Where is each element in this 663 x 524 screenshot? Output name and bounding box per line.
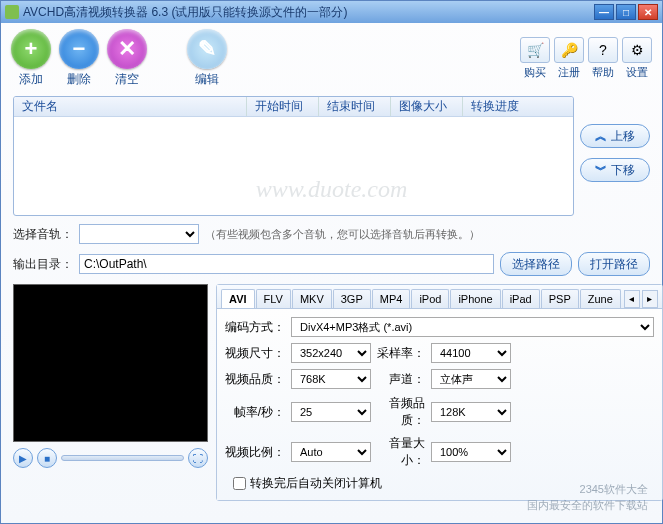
tab-zune[interactable]: Zune	[580, 289, 621, 308]
key-icon: 🔑	[554, 37, 584, 63]
plus-icon: +	[11, 29, 51, 69]
tab-mp4[interactable]: MP4	[372, 289, 411, 308]
help-icon: ?	[588, 37, 618, 63]
chevron-up-icon: ︽	[595, 128, 607, 145]
format-settings-panel: AVI FLV MKV 3GP MP4 iPod iPhone iPad PSP…	[216, 284, 663, 501]
encode-label: 编码方式：	[225, 319, 285, 336]
video-bitrate-select[interactable]: 768K	[291, 369, 371, 389]
encode-select[interactable]: DivX4+MP3格式 (*.avi)	[291, 317, 654, 337]
minimize-button[interactable]: —	[594, 4, 614, 20]
delete-button[interactable]: − 删除	[59, 29, 99, 88]
register-button[interactable]: 🔑 注册	[554, 37, 584, 80]
video-preview	[13, 284, 208, 442]
volume-select[interactable]: 100%	[431, 442, 511, 462]
toolbar: + 添加 − 删除 ✕ 清空 ✎ 编辑 🛒 购买 🔑 注册 ? 帮助	[1, 23, 662, 92]
audio-track-note: （有些视频包含多个音轨，您可以选择音轨后再转换。）	[205, 227, 480, 242]
list-header: 文件名 开始时间 结束时间 图像大小 转换进度	[14, 97, 573, 117]
stop-button[interactable]: ■	[37, 448, 57, 468]
audio-track-label: 选择音轨：	[13, 226, 73, 243]
shutdown-label: 转换完后自动关闭计算机	[250, 475, 382, 492]
fps-select[interactable]: 25	[291, 402, 371, 422]
file-list[interactable]: 文件名 开始时间 结束时间 图像大小 转换进度	[13, 96, 574, 216]
vbitrate-label: 视频品质：	[225, 371, 285, 388]
fullscreen-button[interactable]: ⛶	[188, 448, 208, 468]
app-window: AVCHD高清视频转换器 6.3 (试用版只能转换源文件的一部分) — □ ✕ …	[0, 0, 663, 524]
settings-button[interactable]: ⚙ 设置	[622, 37, 652, 80]
move-up-button[interactable]: ︽ 上移	[580, 124, 650, 148]
edit-icon: ✎	[187, 29, 227, 69]
output-dir-input[interactable]	[79, 254, 494, 274]
col-filename[interactable]: 文件名	[14, 97, 247, 116]
channel-select[interactable]: 立体声	[431, 369, 511, 389]
volume-label: 音量大小：	[377, 435, 425, 469]
clear-button[interactable]: ✕ 清空	[107, 29, 147, 88]
minus-icon: −	[59, 29, 99, 69]
open-path-button[interactable]: 打开路径	[578, 252, 650, 276]
ratio-label: 视频比例：	[225, 444, 285, 461]
chevron-down-icon: ︾	[595, 162, 607, 179]
window-title: AVCHD高清视频转换器 6.3 (试用版只能转换源文件的一部分)	[23, 4, 594, 21]
play-button[interactable]: ▶	[13, 448, 33, 468]
titlebar: AVCHD高清视频转换器 6.3 (试用版只能转换源文件的一部分) — □ ✕	[1, 1, 662, 23]
audio-bitrate-select[interactable]: 128K	[431, 402, 511, 422]
video-size-select[interactable]: 352x240	[291, 343, 371, 363]
ratio-select[interactable]: Auto	[291, 442, 371, 462]
audio-track-select[interactable]	[79, 224, 199, 244]
close-button[interactable]: ✕	[638, 4, 658, 20]
tab-iphone[interactable]: iPhone	[450, 289, 500, 308]
app-icon	[5, 5, 19, 19]
tab-3gp[interactable]: 3GP	[333, 289, 371, 308]
samplerate-select[interactable]: 44100	[431, 343, 511, 363]
tab-scroll-left[interactable]: ◂	[624, 290, 640, 308]
help-button[interactable]: ? 帮助	[588, 37, 618, 80]
channel-label: 声道：	[377, 371, 425, 388]
col-end[interactable]: 结束时间	[319, 97, 391, 116]
x-icon: ✕	[107, 29, 147, 69]
sliders-icon: ⚙	[622, 37, 652, 63]
fps-label: 帧率/秒：	[225, 404, 285, 421]
tab-psp[interactable]: PSP	[541, 289, 579, 308]
seek-slider[interactable]	[61, 455, 184, 461]
col-size[interactable]: 图像大小	[391, 97, 463, 116]
output-dir-label: 输出目录：	[13, 256, 73, 273]
add-button[interactable]: + 添加	[11, 29, 51, 88]
shutdown-checkbox[interactable]	[233, 477, 246, 490]
move-down-button[interactable]: ︾ 下移	[580, 158, 650, 182]
choose-path-button[interactable]: 选择路径	[500, 252, 572, 276]
col-progress[interactable]: 转换进度	[463, 97, 573, 116]
tab-flv[interactable]: FLV	[256, 289, 291, 308]
maximize-button[interactable]: □	[616, 4, 636, 20]
tab-ipad[interactable]: iPad	[502, 289, 540, 308]
samplerate-label: 采样率：	[377, 345, 425, 362]
edit-button[interactable]: ✎ 编辑	[187, 29, 227, 88]
abitrate-label: 音频品质：	[377, 395, 425, 429]
format-tabs: AVI FLV MKV 3GP MP4 iPod iPhone iPad PSP…	[217, 285, 662, 309]
tab-scroll-right[interactable]: ▸	[642, 290, 658, 308]
buy-button[interactable]: 🛒 购买	[520, 37, 550, 80]
tab-avi[interactable]: AVI	[221, 289, 255, 308]
tab-mkv[interactable]: MKV	[292, 289, 332, 308]
cart-icon: 🛒	[520, 37, 550, 63]
tab-ipod[interactable]: iPod	[411, 289, 449, 308]
col-start[interactable]: 开始时间	[247, 97, 319, 116]
size-label: 视频尺寸：	[225, 345, 285, 362]
